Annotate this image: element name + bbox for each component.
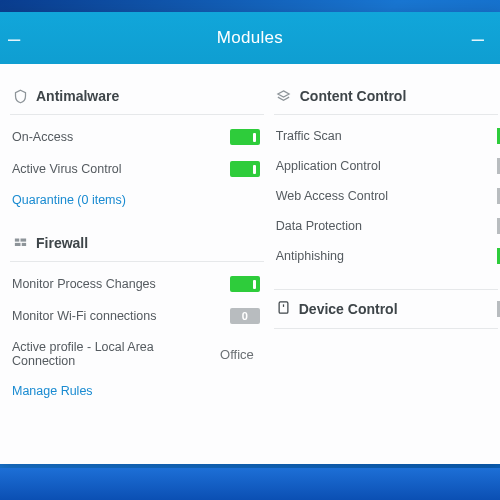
- left-dash-icon[interactable]: –: [8, 26, 20, 52]
- content-control-header: Content Control: [274, 82, 498, 115]
- device-icon: [276, 300, 291, 318]
- row-label: Traffic Scan: [276, 129, 494, 143]
- firewall-header: Firewall: [10, 229, 264, 262]
- content-control-title: Content Control: [300, 88, 407, 104]
- minimize-icon[interactable]: –: [472, 26, 484, 52]
- firewall-section: Firewall Monitor Process Changes Monitor…: [10, 229, 264, 406]
- toggle-on[interactable]: [230, 276, 260, 292]
- shield-icon: [12, 88, 28, 104]
- antimalware-row: On-Access: [10, 121, 264, 153]
- titlebar: – Modules –: [0, 12, 500, 64]
- quarantine-link[interactable]: Quarantine (0 items): [10, 185, 264, 215]
- toggle-off[interactable]: [230, 308, 260, 324]
- firewall-icon: [12, 235, 28, 251]
- toggle-on[interactable]: [230, 129, 260, 145]
- row-label: Active Virus Control: [12, 162, 230, 176]
- row-label: Monitor Wi-Fi connections: [12, 309, 230, 323]
- cc-row: Antiphishing: [274, 241, 498, 271]
- profile-value[interactable]: Office: [214, 345, 260, 364]
- svg-rect-3: [21, 242, 25, 245]
- toggle-on[interactable]: [230, 161, 260, 177]
- content-control-section: Content Control Traffic Scan Application…: [274, 82, 498, 271]
- svg-rect-4: [279, 302, 288, 313]
- taskbar: [0, 468, 500, 500]
- cc-row: Web Access Control: [274, 181, 498, 211]
- left-column: Antimalware On-Access Active Virus Contr…: [10, 82, 264, 442]
- row-label: Application Control: [276, 159, 494, 173]
- row-label: Web Access Control: [276, 189, 494, 203]
- app-window: – Modules – Antimalware On-Access Active…: [0, 12, 500, 464]
- cc-row: Application Control: [274, 151, 498, 181]
- firewall-profile-row: Active profile - Local Area Connection O…: [10, 332, 264, 376]
- svg-rect-0: [14, 238, 18, 241]
- cc-row: Traffic Scan: [274, 121, 498, 151]
- profile-label: Active profile - Local Area Connection: [12, 340, 214, 368]
- antimalware-title: Antimalware: [36, 88, 119, 104]
- antimalware-row: Active Virus Control: [10, 153, 264, 185]
- layers-icon: [276, 88, 292, 104]
- row-label: Monitor Process Changes: [12, 277, 230, 291]
- firewall-title: Firewall: [36, 235, 88, 251]
- svg-rect-2: [14, 242, 20, 245]
- antimalware-section: Antimalware On-Access Active Virus Contr…: [10, 82, 264, 215]
- svg-rect-1: [20, 238, 26, 241]
- firewall-row: Monitor Process Changes: [10, 268, 264, 300]
- firewall-row: Monitor Wi-Fi connections: [10, 300, 264, 332]
- device-control-header[interactable]: Device Control: [274, 289, 498, 329]
- cc-row: Data Protection: [274, 211, 498, 241]
- content-area: Antimalware On-Access Active Virus Contr…: [0, 64, 500, 464]
- antimalware-header: Antimalware: [10, 82, 264, 115]
- window-title: Modules: [217, 28, 283, 48]
- right-column: Content Control Traffic Scan Application…: [274, 82, 498, 442]
- row-label: Data Protection: [276, 219, 494, 233]
- device-control-title: Device Control: [299, 301, 398, 317]
- row-label: Antiphishing: [276, 249, 494, 263]
- row-label: On-Access: [12, 130, 230, 144]
- manage-rules-link[interactable]: Manage Rules: [10, 376, 264, 406]
